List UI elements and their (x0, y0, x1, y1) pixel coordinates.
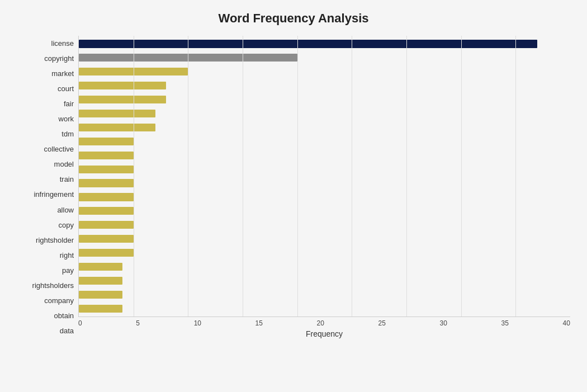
bar-row-train (79, 162, 570, 176)
bar-obtain (79, 291, 122, 299)
bar-row-work (79, 107, 570, 121)
bar-rightsholders (79, 263, 122, 271)
y-label-court: court (58, 85, 74, 92)
bar-row-obtain (79, 287, 570, 301)
grid-line-20 (297, 36, 298, 317)
y-label-infringement: infringement (34, 191, 74, 198)
y-label-work: work (59, 115, 74, 122)
y-label-tdm: tdm (61, 130, 74, 138)
bar-tdm (79, 124, 155, 131)
y-label-data: data (60, 327, 74, 334)
y-label-company: company (44, 297, 74, 304)
grid-line-30 (406, 36, 407, 317)
chart-area: licensecopyrightmarketcourtfairworktdmco… (17, 36, 570, 338)
grid-line-35 (461, 36, 462, 317)
bar-row-market (79, 65, 570, 79)
x-axis-title: Frequency (78, 329, 570, 338)
bar-row-allow (79, 190, 570, 204)
bar-row-data (79, 301, 570, 315)
y-label-allow: allow (57, 206, 74, 214)
bar-row-rightsholder (79, 218, 570, 232)
x-tick-5: 5 (136, 319, 140, 327)
y-label-market: market (51, 70, 74, 77)
grid-line-5 (134, 36, 134, 317)
bar-work (79, 110, 155, 117)
bar-right (79, 235, 134, 243)
bar-rightsholder (79, 221, 134, 229)
bar-court (79, 82, 166, 89)
y-label-copy: copy (59, 221, 74, 229)
grid-line-40 (515, 36, 516, 317)
x-tick-40: 40 (563, 319, 570, 327)
bar-infringement (79, 179, 134, 187)
bar-fair (79, 96, 166, 103)
bar-allow (79, 193, 134, 201)
bar-row-license (79, 37, 570, 51)
bar-row-company (79, 273, 570, 287)
y-label-rightsholders: rightsholders (32, 282, 74, 289)
bar-license (79, 40, 537, 48)
y-label-fair: fair (64, 100, 74, 107)
chart-container: Word Frequency Analysis licensecopyright… (0, 0, 587, 392)
grid-bars (78, 36, 570, 317)
bar-train (79, 166, 134, 173)
x-tick-35: 35 (501, 319, 509, 327)
x-tick-15: 15 (255, 319, 263, 327)
bars-section: 0510152025303540 Frequency (78, 36, 570, 338)
y-label-obtain: obtain (54, 312, 74, 319)
x-tick-0: 0 (78, 319, 82, 327)
bar-row-pay (79, 246, 570, 260)
y-axis: licensecopyrightmarketcourtfairworktdmco… (17, 36, 78, 338)
y-label-model: model (54, 160, 74, 168)
bar-row-copyright (79, 51, 570, 65)
bar-row-court (79, 79, 570, 93)
grid-line-25 (352, 36, 352, 317)
y-label-right: right (60, 252, 74, 259)
bar-row-copy (79, 204, 570, 218)
bar-collective (79, 138, 134, 145)
x-tick-30: 30 (440, 319, 447, 327)
bar-copy (79, 207, 134, 215)
bar-row-right (79, 232, 570, 246)
x-tick-20: 20 (317, 319, 324, 327)
y-label-license: license (51, 40, 74, 47)
grid-line-10 (188, 36, 188, 317)
y-label-pay: pay (62, 267, 74, 274)
bar-pay (79, 249, 134, 257)
bar-row-collective (79, 134, 570, 148)
bar-model (79, 152, 134, 159)
x-tick-25: 25 (378, 319, 386, 327)
x-tick-10: 10 (194, 319, 201, 327)
bar-data (79, 305, 122, 313)
bar-row-rightsholders (79, 260, 570, 274)
bar-row-infringement (79, 176, 570, 190)
bar-row-model (79, 148, 570, 162)
bar-company (79, 277, 122, 285)
bar-row-fair (79, 93, 570, 107)
chart-title: Word Frequency Analysis (17, 11, 570, 26)
y-label-train: train (60, 176, 74, 183)
grid-line-15 (243, 36, 243, 317)
y-label-rightsholder: rightsholder (36, 237, 74, 244)
bar-row-tdm (79, 120, 570, 134)
y-label-collective: collective (44, 145, 74, 153)
y-label-copyright: copyright (44, 55, 74, 62)
